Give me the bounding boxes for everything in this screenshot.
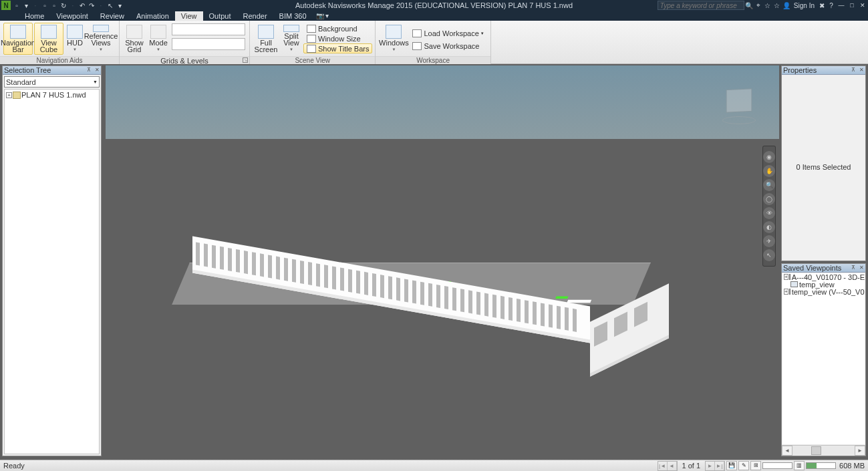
prev-sheet-button[interactable]: ◄ [668, 462, 677, 470]
nav-wheel-icon[interactable]: ◉ [763, 151, 775, 163]
user-icon[interactable]: 👤 [782, 1, 791, 10]
tab-render[interactable]: Render [237, 11, 273, 21]
grid-combo-1[interactable] [172, 23, 245, 35]
expand-icon[interactable]: + [6, 92, 12, 98]
qat-new-icon[interactable]: ▫ [12, 1, 21, 10]
mode-button: Mode▼ [147, 23, 170, 55]
nav-select-icon[interactable]: ↖ [763, 249, 775, 261]
properties-header[interactable]: Properties ⊼✕ [782, 66, 865, 75]
nav-look-icon[interactable]: 👁 [763, 207, 775, 219]
tab-output[interactable]: Output [203, 11, 237, 21]
properties-body: 0 Items Selected [782, 75, 865, 259]
close-icon[interactable]: ✕ [857, 67, 865, 74]
pin-icon[interactable]: ⊼ [849, 67, 857, 74]
nav-pan-icon[interactable]: ✋ [763, 165, 775, 177]
grids-launcher-icon[interactable]: ↘ [243, 57, 248, 63]
viewpoint-icon [789, 289, 790, 295]
reference-views-button[interactable]: Reference Views▼ [86, 23, 116, 55]
tab-view[interactable]: View [175, 11, 203, 21]
selection-tree-body[interactable]: + PLAN 7 HUS 1.nwd [4, 89, 100, 454]
expand-icon[interactable]: + [784, 274, 788, 280]
status-text: Ready [0, 462, 28, 470]
horizontal-scrollbar[interactable]: ◄ ► [782, 445, 865, 456]
maximize-button[interactable]: □ [847, 1, 857, 10]
view-cube-button[interactable]: View Cube [34, 23, 63, 55]
titlebars-icon [307, 45, 316, 53]
qat-undo-icon[interactable]: ↶ [78, 1, 87, 10]
model-building[interactable] [202, 186, 670, 326]
pin-icon[interactable]: ⊼ [849, 265, 857, 272]
minimize-button[interactable]: — [836, 1, 847, 10]
tab-bim360[interactable]: BIM 360 [273, 11, 313, 21]
tab-review[interactable]: Review [94, 11, 130, 21]
qat-open-icon[interactable]: ▾ [21, 1, 31, 10]
status-web-icon[interactable]: ⊞ [750, 461, 761, 470]
viewpoint-item[interactable]: temp_view [782, 281, 865, 288]
show-title-bars-button[interactable]: Show Title Bars [303, 43, 372, 53]
saved-viewpoints-header[interactable]: Saved Viewpoints ⊼✕ [782, 264, 865, 273]
navbar-icon [10, 25, 26, 39]
split-view-button[interactable]: Split View▼ [280, 23, 303, 55]
qat-refresh-icon[interactable]: ↻ [59, 1, 68, 10]
saved-viewpoints-body[interactable]: +A---40_V01070 - 3D-Export PL temp_view … [782, 273, 865, 444]
sheet-nav-2: ► ►| [705, 461, 725, 471]
view-cube-widget[interactable] [719, 89, 759, 126]
status-memory-icon[interactable]: ▥ [794, 461, 805, 470]
help-icon[interactable]: ? [827, 1, 836, 10]
load-workspace-button[interactable]: Load Workspace▼ [409, 28, 487, 38]
viewpoint-item[interactable]: +A---40_V01070 - 3D-Export PL [782, 273, 865, 281]
scroll-thumb[interactable] [811, 446, 821, 455]
nav-orbit-icon[interactable]: ◯ [763, 193, 775, 205]
key-icon[interactable]: ⌖ [754, 1, 763, 10]
scroll-right-button[interactable]: ► [855, 446, 865, 456]
selection-tree-filter-combo[interactable]: Standard▼ [4, 76, 100, 88]
pin-icon[interactable]: ⊼ [85, 67, 93, 74]
full-screen-button[interactable]: Full Screen [253, 23, 279, 55]
search-icon[interactable]: 🔍 [744, 1, 754, 10]
sign-in-button[interactable]: Sign In [791, 1, 817, 10]
qat-print-icon[interactable]: ▫ [49, 1, 59, 10]
show-grid-button: Show Grid [123, 23, 146, 55]
tab-viewpoint[interactable]: Viewpoint [50, 11, 94, 21]
last-sheet-button[interactable]: ►| [715, 462, 724, 470]
background-button[interactable]: Background [303, 23, 372, 33]
nav-zoom-icon[interactable]: 🔍 [763, 179, 775, 191]
nav-walk-icon[interactable]: ◐ [763, 221, 775, 233]
star-icon[interactable]: ☆ [763, 1, 772, 10]
grid-combo-2[interactable] [172, 38, 245, 50]
memory-bar [806, 462, 836, 469]
tab-home[interactable]: Home [19, 11, 50, 21]
close-icon[interactable]: ✕ [93, 67, 101, 74]
viewport-3d[interactable]: ◉ ✋ 🔍 ◯ 👁 ◐ ✈ ↖ [106, 65, 779, 456]
window-size-button[interactable]: Window Size [303, 33, 372, 43]
viewpoint-item[interactable]: +temp_view (V---50_V01070.dv [782, 288, 865, 295]
file-icon [13, 92, 21, 99]
qat-select-icon[interactable]: ↖ [106, 1, 115, 10]
status-pencil-icon[interactable]: ✎ [738, 461, 749, 470]
windows-button[interactable]: Windows▼ [379, 23, 408, 55]
qat-save-icon[interactable]: ▫ [40, 1, 49, 10]
navigation-bar-button[interactable]: Navigation Bar [3, 23, 33, 55]
close-icon[interactable]: ✕ [857, 265, 865, 272]
hud-button[interactable]: HUD▼ [65, 23, 85, 55]
expand-icon[interactable]: + [784, 289, 788, 295]
scroll-left-button[interactable]: ◄ [782, 446, 792, 456]
first-sheet-button[interactable]: |◄ [658, 462, 668, 470]
tree-root-node[interactable]: + PLAN 7 HUS 1.nwd [6, 91, 98, 99]
status-bar: Ready |◄ ◄ 1 of 1 ► ►| 💾 ✎ ⊞ ▥ 608 MB [0, 460, 868, 471]
quick-access-toolbar: ▫ ▾ · ▫ ▫ ↻ · ↶ ↷ · ↖ ▾ [12, 1, 124, 10]
tab-animation[interactable]: Animation [130, 11, 175, 21]
status-disk-icon[interactable]: 💾 [726, 461, 737, 470]
exchange-icon[interactable]: ✖ [817, 1, 827, 10]
selection-tree-header[interactable]: Selection Tree ⊼✕ [3, 66, 101, 75]
save-workspace-button[interactable]: Save Workspace [409, 41, 487, 51]
next-sheet-button[interactable]: ► [706, 462, 715, 470]
search-input[interactable] [658, 1, 744, 10]
app-logo-icon[interactable]: N [1, 1, 11, 10]
camera-dropdown-icon[interactable]: 📷 ▾ [314, 12, 331, 19]
qat-redo-icon[interactable]: ↷ [87, 1, 96, 10]
close-button[interactable]: ✕ [857, 1, 868, 10]
star2-icon[interactable]: ☆ [772, 1, 782, 10]
qat-dropdown-icon[interactable]: ▾ [115, 1, 124, 10]
nav-fly-icon[interactable]: ✈ [763, 235, 775, 247]
